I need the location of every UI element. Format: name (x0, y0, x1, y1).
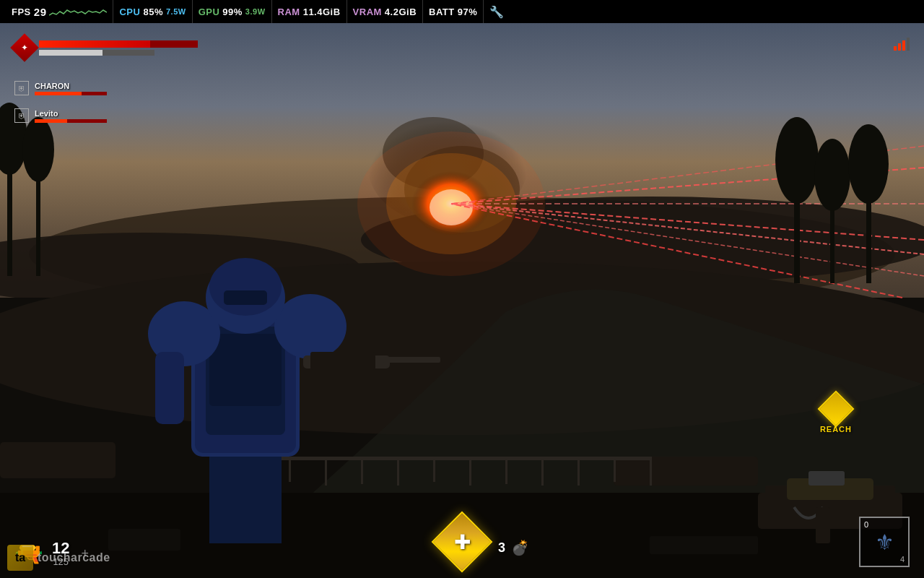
svg-rect-30 (0, 442, 116, 478)
emblem-cross-icon: ✚ (454, 530, 471, 554)
svg-rect-44 (614, 457, 616, 482)
squad-icon-charon: ⛨ (14, 81, 29, 95)
emblem-diamond: ✚ (432, 512, 493, 573)
ram-group: RAM 11.4GiB (272, 0, 347, 23)
squad-member-charon: ⛨ CHARON (14, 81, 107, 95)
reach-objective-marker: REACH (820, 396, 852, 434)
signal-bar-3 (902, 40, 905, 51)
grenade-info: 3 💣 (498, 539, 529, 556)
ta-logo: ta (7, 545, 33, 571)
grenade-count: 3 (498, 540, 505, 556)
svg-rect-35 (289, 457, 291, 482)
svg-rect-45 (650, 457, 652, 486)
svg-point-25 (848, 124, 889, 204)
batt-group: BATT 97% (423, 0, 484, 23)
gpu-percent: 99% (222, 7, 243, 17)
grenade-icon: 💣 (511, 539, 529, 556)
fps-label: FPS (12, 7, 31, 17)
fps-group: FPS 29 (6, 0, 113, 23)
squad-health-fill-charon (35, 92, 82, 95)
ability-box: 0 ⚜ 4 (859, 517, 910, 567)
svg-rect-37 (361, 457, 363, 484)
svg-point-21 (775, 117, 819, 204)
health-icon: ✦ (10, 33, 39, 62)
svg-rect-31 (614, 457, 758, 486)
signal-bars (894, 38, 910, 51)
squad-info-charon: CHARON (35, 82, 107, 95)
ram-label: RAM (278, 7, 300, 17)
cpu-group: CPU 85% 7.5W (113, 0, 192, 23)
gpu-group: GPU 99% 3.9W (193, 0, 272, 23)
health-bars (39, 40, 198, 56)
vram-label: VRAM (353, 7, 382, 17)
signal-bar-1 (894, 46, 897, 51)
svg-rect-39 (433, 457, 435, 482)
cpu-percent: 85% (143, 7, 163, 17)
cpu-watt: 7.5W (166, 7, 186, 16)
squad-health-charon (35, 92, 107, 95)
cpu-label: CPU (119, 7, 140, 17)
gpu-label: GPU (199, 7, 220, 17)
squad-list: ⛨ CHARON ⛨ Levito (14, 81, 107, 123)
svg-rect-43 (578, 457, 580, 486)
health-bar-secondary (39, 50, 154, 56)
ability-sub-number: 4 (900, 555, 905, 564)
svg-rect-61 (383, 357, 440, 363)
performance-overlay: FPS 29 CPU 85% 7.5W GPU 99% 3.9W RAM 11.… (0, 0, 924, 23)
svg-rect-55 (155, 352, 184, 424)
ability-number-top: 0 (864, 520, 868, 529)
squad-info-levito: Levito (35, 109, 107, 123)
squad-name-charon: CHARON (35, 82, 107, 90)
vram-value: 4.2GiB (385, 7, 417, 17)
gpu-watt: 3.9W (245, 7, 266, 16)
ta-logo-letter: ta (15, 551, 25, 564)
svg-rect-38 (397, 457, 399, 486)
svg-rect-60 (310, 352, 375, 370)
health-bar-secondary-fill (39, 50, 103, 56)
center-emblem: ✚ (440, 520, 484, 564)
svg-rect-36 (325, 457, 327, 486)
squad-health-levito (35, 119, 107, 123)
health-bar-primary (39, 40, 198, 48)
svg-rect-68 (808, 471, 845, 486)
squad-member-levito: ⛨ Levito (14, 108, 107, 123)
squad-health-fill-levito (35, 119, 67, 123)
objective-marker (894, 38, 910, 51)
player-health-hud: ✦ (14, 38, 198, 58)
fps-graph (49, 4, 107, 19)
health-icon-symbol: ✦ (21, 43, 28, 53)
svg-point-57 (209, 258, 282, 316)
svg-rect-58 (224, 290, 267, 305)
squad-icon-levito: ⛨ (14, 108, 29, 123)
ram-value: 11.4GiB (303, 7, 341, 17)
batt-label: BATT (429, 7, 455, 17)
ta-brand-text: toucharcade (38, 551, 110, 564)
fps-value: 29 (34, 6, 47, 18)
signal-bar-2 (898, 43, 901, 51)
reach-diamond-icon (817, 391, 854, 428)
svg-rect-41 (505, 457, 507, 484)
signal-bar-4 (907, 38, 910, 51)
svg-point-54 (274, 294, 346, 359)
svg-rect-52 (209, 334, 282, 406)
squad-name-levito: Levito (35, 109, 107, 118)
health-bar-fill (39, 40, 150, 48)
batt-value: 97% (458, 7, 478, 17)
svg-rect-42 (541, 457, 544, 486)
game-viewport: ✦ ⛨ CHARON ⛨ Levito (0, 23, 924, 578)
svg-rect-40 (469, 457, 471, 486)
toucharcade-watermark: ta toucharcade (7, 545, 110, 571)
svg-point-29 (22, 117, 54, 182)
settings-group[interactable]: 🔧 (484, 0, 510, 23)
settings-icon[interactable]: 🔧 (489, 5, 505, 19)
vram-group: VRAM 4.2GiB (347, 0, 423, 23)
scene-svg (0, 23, 924, 578)
ability-eagle-icon: ⚜ (875, 530, 894, 555)
svg-point-23 (814, 139, 850, 211)
